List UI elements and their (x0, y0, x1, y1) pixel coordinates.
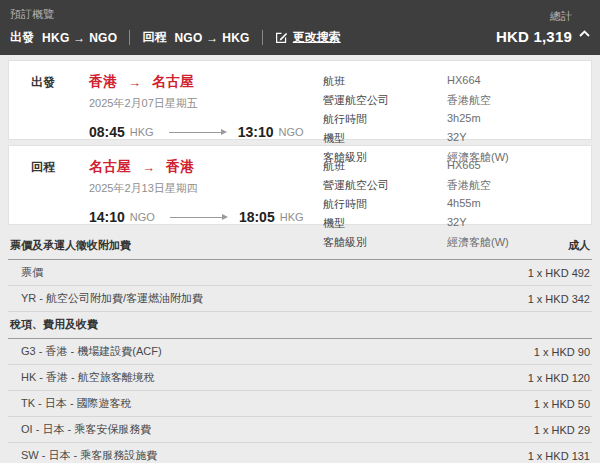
route-arrow-icon: → (128, 75, 141, 90)
depart-label: 出發 (10, 29, 34, 46)
segment-direction-label: 回程 (31, 157, 89, 214)
segment-times: 08:45 HKG 13:10 NGO (89, 124, 323, 140)
cabin-class-label: 客艙級別 (323, 235, 447, 250)
adult-column-header: 成人 (568, 238, 590, 253)
fee-value: 1 x HKD 131 (528, 450, 590, 462)
fee-value: 1 x HKD 29 (534, 424, 590, 436)
segment-details: 航班 HX665 營運航空公司 香港航空 航行時間 4h55m 機型 32Y 客… (323, 157, 573, 214)
total-block: 總計 HKD 1,319 (496, 9, 572, 45)
detail-row-flight: 航班 HX664 (323, 74, 573, 89)
detail-row-flight: 航班 HX665 (323, 159, 573, 174)
city-route: 香港 → 名古屋 (89, 73, 323, 91)
fee-value: 1 x HKD 492 (528, 267, 590, 279)
detail-row-carrier: 營運航空公司 香港航空 (323, 93, 573, 108)
carrier-value: 香港航空 (447, 178, 491, 193)
aircraft-value: 32Y (447, 131, 467, 146)
fare-row-yr-surcharge: YR - 航空公司附加費/客運燃油附加費 1 x HKD 342 (8, 286, 592, 312)
segment-details: 航班 HX664 營運航空公司 香港航空 航行時間 3h25m 機型 32Y 客… (323, 72, 573, 129)
segment-direction-label: 出發 (31, 72, 89, 129)
carrier-label: 營運航空公司 (323, 93, 447, 108)
chevron-up-icon[interactable] (579, 23, 590, 41)
segment-route-info: 香港 → 名古屋 2025年2月07日星期五 08:45 HKG 13:10 N… (89, 72, 323, 129)
overview-title: 預訂概覽 (10, 7, 341, 22)
total-value: HKD 1,319 (496, 28, 572, 45)
route-arrow-icon: → (142, 160, 155, 175)
carrier-value: 香港航空 (447, 93, 491, 108)
fee-label: G3 - 香港 - 機場建設費(ACF) (21, 344, 162, 359)
flight-number-value: HX665 (447, 159, 481, 174)
tax-row-sw: SW - 日本 - 乘客服務設施費 1 x HKD 131 (8, 443, 592, 463)
return-label: 回程 (142, 29, 166, 46)
flight-number-label: 航班 (323, 74, 447, 89)
fee-label: YR - 航空公司附加費/客運燃油附加費 (21, 291, 203, 306)
fee-value: 1 x HKD 90 (534, 346, 590, 358)
fee-label: OI - 日本 - 乘客安保服務費 (21, 422, 151, 437)
fee-value: 1 x HKD 50 (534, 398, 590, 410)
city-route: 名古屋 → 香港 (89, 158, 323, 176)
edit-search-link[interactable]: 更改搜索 (275, 29, 341, 46)
arrival-airport-code: HKG (280, 211, 304, 223)
return-route: NGO → HKG (174, 31, 249, 45)
summary-bar-left: 預訂概覽 出發 HKG → NGO 回程 NGO → HKG 更改搜索 (10, 7, 341, 46)
booking-summary-bar: 預訂概覽 出發 HKG → NGO 回程 NGO → HKG 更改搜索 (0, 0, 600, 55)
aircraft-label: 機型 (323, 131, 447, 146)
return-segment-card: 回程 名古屋 → 香港 2025年2月13日星期四 14:10 NGO 18:0… (8, 145, 592, 225)
fee-value: 1 x HKD 342 (528, 293, 590, 305)
routes-row: 出發 HKG → NGO 回程 NGO → HKG 更改搜索 (10, 29, 341, 46)
departure-segment-card: 出發 香港 → 名古屋 2025年2月07日星期五 08:45 HKG 13:1… (8, 60, 592, 140)
carrier-label: 營運航空公司 (323, 178, 447, 193)
tax-row-g3: G3 - 香港 - 機場建設費(ACF) 1 x HKD 90 (8, 339, 592, 365)
duration-label: 航行時間 (323, 197, 447, 212)
depart-route: HKG → NGO (42, 31, 117, 45)
arrival-time: 18:05 (239, 209, 275, 225)
flight-path-arrow-icon (170, 214, 228, 221)
segment-times: 14:10 NGO 18:05 HKG (89, 209, 323, 225)
detail-row-aircraft: 機型 32Y (323, 216, 573, 231)
detail-row-duration: 航行時間 4h55m (323, 197, 573, 212)
detail-row-duration: 航行時間 3h25m (323, 112, 573, 127)
fee-value: 1 x HKD 120 (528, 372, 590, 384)
divider (129, 30, 130, 45)
total-label: 總計 (496, 9, 572, 24)
flight-path-arrow-icon (169, 129, 227, 136)
fare-row-base: 票價 1 x HKD 492 (8, 260, 592, 286)
detail-row-carrier: 營運航空公司 香港航空 (323, 178, 573, 193)
duration-value: 3h25m (447, 112, 481, 127)
flight-number-value: HX664 (447, 74, 481, 89)
duration-value: 4h55m (447, 197, 481, 212)
segment-route-info: 名古屋 → 香港 2025年2月13日星期四 14:10 NGO 18:05 H… (89, 157, 323, 214)
fee-label: HK - 香港 - 航空旅客離境稅 (21, 370, 155, 385)
flight-number-label: 航班 (323, 159, 447, 174)
origin-city: 名古屋 (89, 158, 131, 176)
fee-label: TK - 日本 - 國際遊客稅 (21, 396, 132, 411)
detail-row-cabin: 客艙級別 經濟客艙(W) (323, 235, 573, 250)
arrival-airport-code: NGO (278, 126, 303, 138)
tax-row-tk: TK - 日本 - 國際遊客稅 1 x HKD 50 (8, 391, 592, 417)
edit-search-label: 更改搜索 (293, 29, 341, 46)
fee-label: 票價 (21, 265, 43, 280)
cabin-class-value: 經濟客艙(W) (447, 235, 509, 250)
arrival-time: 13:10 (238, 124, 274, 140)
aircraft-value: 32Y (447, 216, 467, 231)
destination-city: 香港 (166, 158, 194, 176)
fare-header-label: 票價及承運人徵收附加費 (10, 238, 131, 253)
tax-section-header: 稅項、費用及收費 (8, 312, 592, 339)
destination-city: 名古屋 (152, 73, 194, 91)
departure-airport-code: NGO (130, 211, 155, 223)
tax-row-hk: HK - 香港 - 航空旅客離境稅 1 x HKD 120 (8, 365, 592, 391)
departure-time: 08:45 (89, 124, 125, 140)
detail-row-aircraft: 機型 32Y (323, 131, 573, 146)
fare-breakdown-table: 票價及承運人徵收附加費 成人 票價 1 x HKD 492 YR - 航空公司附… (8, 233, 592, 463)
tax-row-oi: OI - 日本 - 乘客安保服務費 1 x HKD 29 (8, 417, 592, 443)
segment-date: 2025年2月13日星期四 (89, 181, 323, 196)
segment-date: 2025年2月07日星期五 (89, 96, 323, 111)
departure-time: 14:10 (89, 209, 125, 225)
origin-city: 香港 (89, 73, 117, 91)
fee-label: SW - 日本 - 乘客服務設施費 (21, 448, 157, 463)
duration-label: 航行時間 (323, 112, 447, 127)
aircraft-label: 機型 (323, 216, 447, 231)
booking-overview-page: 預訂概覽 出發 HKG → NGO 回程 NGO → HKG 更改搜索 (0, 0, 600, 463)
divider (262, 30, 263, 45)
tax-header-label: 稅項、費用及收費 (10, 317, 98, 332)
departure-airport-code: HKG (130, 126, 154, 138)
